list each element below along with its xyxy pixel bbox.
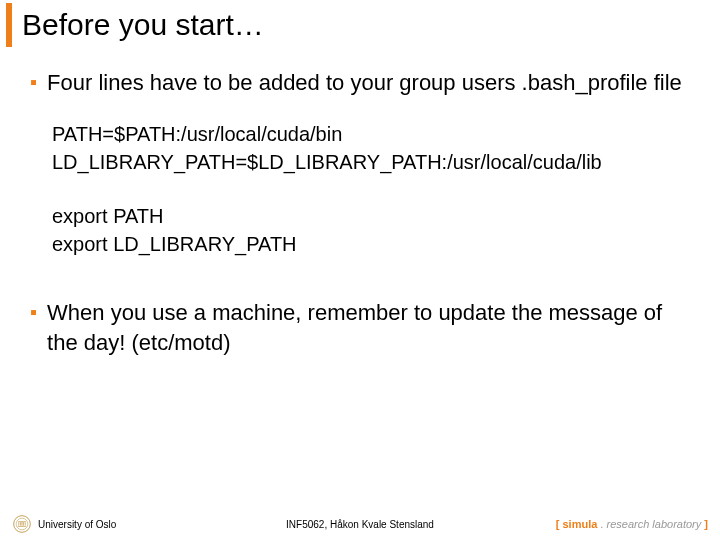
code-line: export PATH	[52, 202, 690, 230]
slide-footer: University of Oslo INF5062, Håkon Kvale …	[0, 514, 720, 534]
bullet-item: ▪ Four lines have to be added to your gr…	[30, 68, 690, 98]
simula-logo: [ simula . research laboratory ]	[556, 518, 708, 530]
simula-word: simula	[562, 518, 597, 530]
course-label: INF5062, Håkon Kvale Stensland	[286, 519, 434, 530]
svg-point-1	[16, 518, 28, 530]
university-seal-icon	[12, 514, 32, 534]
footer-left: University of Oslo	[12, 514, 116, 534]
code-block: PATH=$PATH:/usr/local/cuda/bin LD_LIBRAR…	[52, 120, 690, 258]
simula-research-label: research laboratory	[606, 518, 701, 530]
bracket-close: ]	[701, 518, 708, 530]
bullet-icon: ▪	[30, 68, 37, 96]
slide-content: ▪ Four lines have to be added to your gr…	[0, 50, 720, 358]
spacer	[52, 176, 690, 202]
slide-title: Before you start…	[22, 8, 264, 42]
bullet-text: When you use a machine, remember to upda…	[47, 298, 690, 358]
title-wrap: Before you start…	[0, 0, 720, 50]
bullet-item: ▪ When you use a machine, remember to up…	[30, 298, 690, 358]
university-label: University of Oslo	[38, 519, 116, 530]
slide: Before you start… ▪ Four lines have to b…	[0, 0, 720, 540]
code-line: export LD_LIBRARY_PATH	[52, 230, 690, 258]
bullet-icon: ▪	[30, 298, 37, 326]
code-line: PATH=$PATH:/usr/local/cuda/bin	[52, 120, 690, 148]
code-line: LD_LIBRARY_PATH=$LD_LIBRARY_PATH:/usr/lo…	[52, 148, 690, 176]
title-accent-bar	[6, 3, 12, 47]
bullet-text: Four lines have to be added to your grou…	[47, 68, 682, 98]
